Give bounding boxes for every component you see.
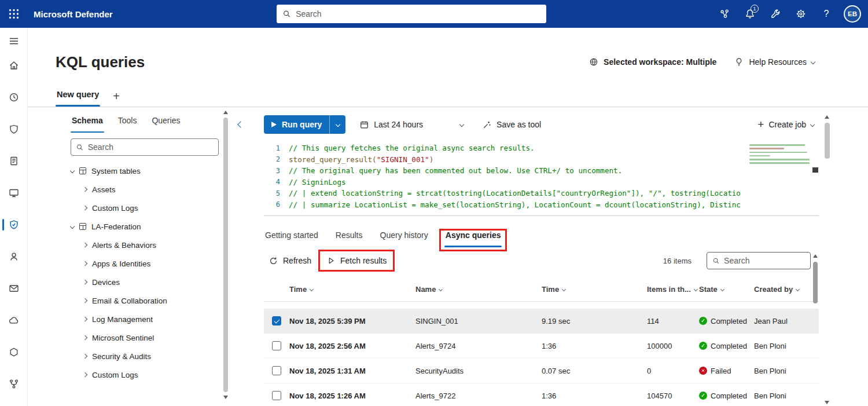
tree-item-la-federation[interactable]: LA-Federation <box>71 217 219 236</box>
table-row[interactable]: Nov 18, 2025 1:31 AMSecurityAudits0.07 s… <box>264 359 819 383</box>
scroll-thumb[interactable] <box>223 118 228 392</box>
scroll-thumb[interactable] <box>825 123 830 159</box>
column-header-time[interactable]: Time <box>289 285 415 294</box>
refresh-button[interactable]: Refresh <box>264 253 316 269</box>
row-checkbox[interactable] <box>272 366 281 375</box>
create-job-dropdown[interactable]: + Create job <box>753 117 819 132</box>
tab-new-query[interactable]: New query <box>56 90 100 107</box>
skills-hub-button[interactable] <box>712 0 737 28</box>
scroll-thumb[interactable] <box>813 262 818 303</box>
nav-app-governance-button[interactable] <box>0 345 28 360</box>
chevron-right-icon[interactable] <box>83 335 87 340</box>
row-checkbox[interactable] <box>272 391 281 400</box>
scroll-down-arrow[interactable] <box>223 396 228 399</box>
chevron-down-icon <box>335 122 340 127</box>
fetch-results-button[interactable]: Fetch results <box>322 253 391 268</box>
tree-item-apps-identities[interactable]: Apps & Identities <box>71 254 219 273</box>
row-checkbox[interactable] <box>272 316 281 325</box>
page-scrollbar[interactable] <box>823 114 831 406</box>
chevron-down-icon[interactable] <box>70 224 75 229</box>
column-header-items-in-th[interactable]: Items in th... <box>647 285 699 294</box>
schema-tab-tools[interactable]: Tools <box>117 114 138 133</box>
chevron-down-icon[interactable] <box>70 169 75 173</box>
nav-email-button[interactable] <box>0 281 28 296</box>
column-header-state[interactable]: State <box>699 285 754 294</box>
chevron-right-icon[interactable] <box>83 317 87 321</box>
tree-item-alerts-behaviors[interactable]: Alerts & Behaviors <box>71 236 219 254</box>
run-query-dropdown[interactable] <box>329 115 345 134</box>
chevron-right-icon[interactable] <box>83 354 87 359</box>
tree-item-microsoft-sentinel[interactable]: Microsoft Sentinel <box>71 328 219 347</box>
scroll-up-arrow[interactable] <box>223 111 228 114</box>
tree-item-assets[interactable]: Assets <box>71 180 219 199</box>
nav-hunting-button[interactable] <box>0 217 28 232</box>
scroll-up-arrow[interactable] <box>813 254 818 258</box>
editor-minimap[interactable] <box>749 144 810 166</box>
results-tab-async-queries[interactable]: Async queries <box>444 231 502 247</box>
tree-item-system-tables[interactable]: System tables <box>71 162 219 180</box>
nav-menu-button[interactable] <box>0 34 28 49</box>
chevron-right-icon[interactable] <box>83 372 87 377</box>
scroll-thumb[interactable] <box>812 167 818 173</box>
settings-button[interactable] <box>788 0 814 28</box>
editor-scrollbar[interactable] <box>812 140 819 215</box>
tree-item-custom-logs[interactable]: Custom Logs <box>71 365 219 384</box>
tree-item-security-audits[interactable]: Security & Audits <box>71 347 219 365</box>
results-search-box[interactable] <box>707 252 811 269</box>
table-row[interactable]: Nov 18, 2025 2:56 AMAlerts_97241:3610000… <box>264 334 819 359</box>
nav-devices-button[interactable] <box>0 185 28 200</box>
app-launcher-button[interactable] <box>0 0 28 28</box>
nav-secure-score-button[interactable] <box>0 122 28 137</box>
nav-system-button[interactable] <box>0 376 28 392</box>
schema-search-input[interactable] <box>88 142 214 152</box>
schema-tab-queries[interactable]: Queries <box>150 114 181 133</box>
run-query-button[interactable]: Run query <box>264 115 329 134</box>
scroll-up-arrow[interactable] <box>825 115 829 119</box>
help-resources-menu[interactable]: Help Resources <box>734 57 815 67</box>
table-row[interactable]: Nov 18, 2025 1:26 AMAlerts_97221:3610457… <box>264 383 819 406</box>
save-as-tool-button[interactable]: Save as tool <box>477 117 546 133</box>
help-button[interactable]: ? <box>814 0 839 28</box>
global-search-input[interactable] <box>296 9 540 19</box>
chevron-right-icon[interactable] <box>83 206 87 210</box>
nav-incidents-button[interactable] <box>0 90 28 105</box>
schema-search-box[interactable] <box>71 138 219 156</box>
column-header-time[interactable]: Time <box>542 285 647 294</box>
avatar[interactable]: EB <box>844 5 861 23</box>
chevron-right-icon[interactable] <box>83 261 87 266</box>
add-query-tab-button[interactable]: + <box>109 90 123 107</box>
results-tab-getting-started[interactable]: Getting started <box>264 231 319 247</box>
column-header-name[interactable]: Name <box>415 285 542 294</box>
table-row[interactable]: Nov 18, 2025 5:39 PMSINGIN_0019.19 sec11… <box>264 309 819 334</box>
chevron-right-icon[interactable] <box>83 187 87 192</box>
code-editor[interactable]: 1// This query fetches the original asyn… <box>264 140 819 216</box>
nav-cloud-apps-button[interactable] <box>0 313 28 328</box>
row-checkbox[interactable] <box>272 341 281 350</box>
tree-item-email-collaboration[interactable]: Email & Collaboration <box>71 291 219 310</box>
chevron-right-icon[interactable] <box>83 298 87 303</box>
collapse-panel-button[interactable] <box>238 120 243 129</box>
nav-reports-button[interactable] <box>0 153 28 169</box>
tree-item-custom-logs[interactable]: Custom Logs <box>71 199 219 217</box>
chevron-right-icon[interactable] <box>83 243 87 247</box>
nav-home-button[interactable] <box>0 58 28 73</box>
notifications-button[interactable]: 1 <box>737 0 763 28</box>
chevron-right-icon[interactable] <box>83 280 87 284</box>
table-scrollbar[interactable] <box>812 252 819 406</box>
tree-item-devices[interactable]: Devices <box>71 273 219 291</box>
nav-identities-button[interactable] <box>0 249 28 264</box>
schema-scrollbar[interactable] <box>222 109 229 400</box>
schema-tab-schema[interactable]: Schema <box>71 114 104 133</box>
scroll-down-arrow[interactable] <box>825 401 829 404</box>
results-tab-results[interactable]: Results <box>334 231 364 247</box>
line-number: 4 <box>264 178 280 186</box>
column-header-created-by[interactable]: Created by <box>754 285 819 294</box>
global-search-box[interactable] <box>277 5 546 23</box>
tools-button[interactable] <box>763 0 788 28</box>
cell-created-by: Ben Ploni <box>754 392 819 400</box>
time-range-dropdown[interactable]: Last 24 hours <box>355 117 468 133</box>
workspace-selector[interactable]: Selected workspace: Multiple <box>589 57 716 67</box>
results-search-input[interactable] <box>724 256 805 265</box>
tree-item-log-management[interactable]: Log Management <box>71 310 219 328</box>
results-tab-query-history[interactable]: Query history <box>379 231 429 247</box>
